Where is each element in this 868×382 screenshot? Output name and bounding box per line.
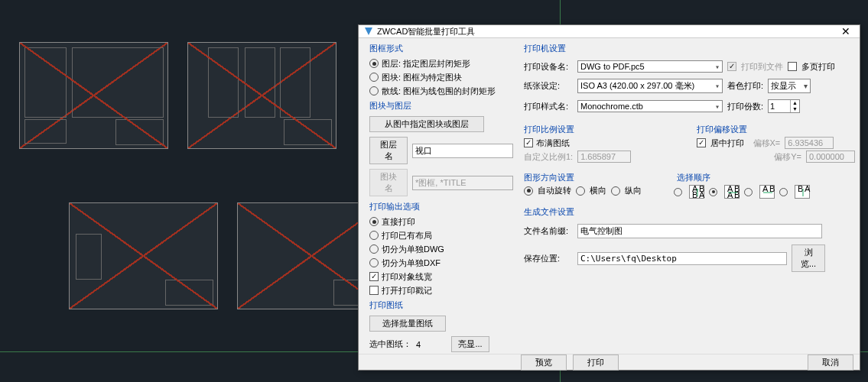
batch-plot-dialog: ZWCAD智能批量打印工具 ✕ 图框形式 图层: 指定图层封闭矩形 图块: 图框… xyxy=(358,24,860,371)
layer-name-input[interactable]: 视口 xyxy=(412,144,513,158)
path-input[interactable]: C:\Users\fq\Desktop xyxy=(577,252,787,265)
svg-text:A: A xyxy=(699,190,705,199)
color-select[interactable]: 按显示 xyxy=(768,79,811,93)
close-icon[interactable]: ✕ xyxy=(837,25,855,37)
paper-select[interactable]: ISO A3 (420.00 x 297.00 毫米) xyxy=(577,79,723,93)
radio-split-dxf[interactable]: 切分为单独DXF xyxy=(369,257,513,269)
preview-button[interactable]: 预览 xyxy=(521,354,567,371)
check-center[interactable] xyxy=(697,138,706,147)
block-name-input: *图框, *TITLE xyxy=(412,176,513,190)
copies-spinner[interactable]: ▲▼ xyxy=(768,99,800,113)
pick-from-drawing-button[interactable]: 从图中指定图块或图层 xyxy=(369,116,484,132)
drawing-frame-2[interactable] xyxy=(187,42,336,149)
radio-portrait[interactable] xyxy=(611,186,620,196)
check-stamp[interactable]: 打开打印戳记 xyxy=(369,284,513,296)
order-radio-4[interactable] xyxy=(779,188,788,196)
svg-text:B: B xyxy=(798,186,803,193)
order-icon-2: ABAB xyxy=(724,185,740,199)
style-label: 打印样式名: xyxy=(524,101,573,112)
order-radio-3[interactable] xyxy=(744,188,753,196)
dialog-footer: 预览 打印 取消 xyxy=(359,354,860,371)
app-icon xyxy=(363,26,374,37)
selected-count: 4 xyxy=(416,340,447,349)
order-icon-3: AB xyxy=(759,185,775,199)
block-name-button: 图块名 xyxy=(369,169,408,196)
cancel-button[interactable]: 取消 xyxy=(808,354,853,371)
radio-split-dwg[interactable]: 切分为单独DWG xyxy=(369,243,513,255)
group-scale: 打印比例设置 xyxy=(524,124,683,135)
select-sheets-button[interactable]: 选择批量图纸 xyxy=(369,316,446,332)
paper-label: 纸张设定: xyxy=(524,80,573,92)
offset-x-input: 6.935436 xyxy=(785,137,834,149)
device-label: 打印设备名: xyxy=(524,61,573,73)
check-multipage[interactable] xyxy=(788,62,797,71)
offset-x-label: 偏移X= xyxy=(753,138,781,149)
check-fit[interactable]: 布满图纸 xyxy=(524,137,683,149)
radio-direct-print[interactable]: 直接打印 xyxy=(369,215,513,228)
svg-text:A: A xyxy=(805,186,811,193)
drawing-frame-3[interactable] xyxy=(69,202,218,309)
color-label: 着色打印: xyxy=(727,80,763,92)
radio-print-layout[interactable]: 打印已有布局 xyxy=(369,229,513,241)
dialog-title: ZWCAD智能批量打印工具 xyxy=(377,26,837,37)
radio-lines[interactable]: 散线: 图框为线包围的封闭矩形 xyxy=(369,85,513,97)
selected-count-label: 选中图纸： xyxy=(369,338,411,350)
path-label: 保存位置: xyxy=(524,253,573,264)
order-radio-1[interactable] xyxy=(674,188,682,196)
copies-label: 打印份数: xyxy=(727,101,763,112)
device-select[interactable]: DWG to PDF.pc5 xyxy=(577,60,723,73)
titlebar[interactable]: ZWCAD智能批量打印工具 ✕ xyxy=(359,25,860,38)
svg-text:B: B xyxy=(692,190,697,199)
group-block-layer: 图块与图层 xyxy=(369,100,513,112)
group-frame-type: 图框形式 xyxy=(369,43,513,54)
browse-button[interactable]: 浏览... xyxy=(792,244,825,272)
group-output: 打印输出选项 xyxy=(369,201,513,212)
radio-layer[interactable]: 图层: 指定图层封闭矩形 xyxy=(369,57,513,70)
order-icon-4: BA xyxy=(795,185,810,199)
layer-name-button[interactable]: 图层名 xyxy=(369,137,408,164)
offset-y-input: 0.000000 xyxy=(806,151,855,163)
custom-scale-input: 1.685897 xyxy=(577,151,631,163)
radio-auto-rotate[interactable] xyxy=(524,186,533,196)
highlight-button[interactable]: 亮显... xyxy=(451,336,489,352)
group-orient: 图形方向设置 xyxy=(524,172,663,183)
radio-block[interactable]: 图块: 图框为特定图块 xyxy=(369,71,513,83)
prefix-label: 文件名前缀: xyxy=(524,225,573,237)
drawing-frame-1[interactable] xyxy=(19,42,168,149)
radio-landscape[interactable] xyxy=(576,186,585,196)
svg-text:A: A xyxy=(727,190,733,199)
check-print-to-file xyxy=(727,62,736,71)
group-offset: 打印偏移设置 xyxy=(697,124,856,135)
order-icon-1: ABBA xyxy=(689,185,704,199)
group-file: 生成文件设置 xyxy=(524,206,855,218)
offset-y-label: 偏移Y= xyxy=(774,151,801,163)
print-button[interactable]: 打印 xyxy=(573,354,619,371)
svg-text:B: B xyxy=(734,190,740,199)
order-radio-2[interactable] xyxy=(709,188,717,196)
group-sheets: 打印图纸 xyxy=(369,299,513,311)
prefix-input[interactable]: 电气控制图 xyxy=(577,224,822,238)
group-printer: 打印机设置 xyxy=(524,43,855,54)
custom-scale-label: 自定义比例1: xyxy=(524,151,573,163)
check-linewidth[interactable]: 打印对象线宽 xyxy=(369,270,513,283)
style-select[interactable]: Monochrome.ctb xyxy=(577,100,723,112)
group-order: 选择顺序 xyxy=(677,172,855,183)
